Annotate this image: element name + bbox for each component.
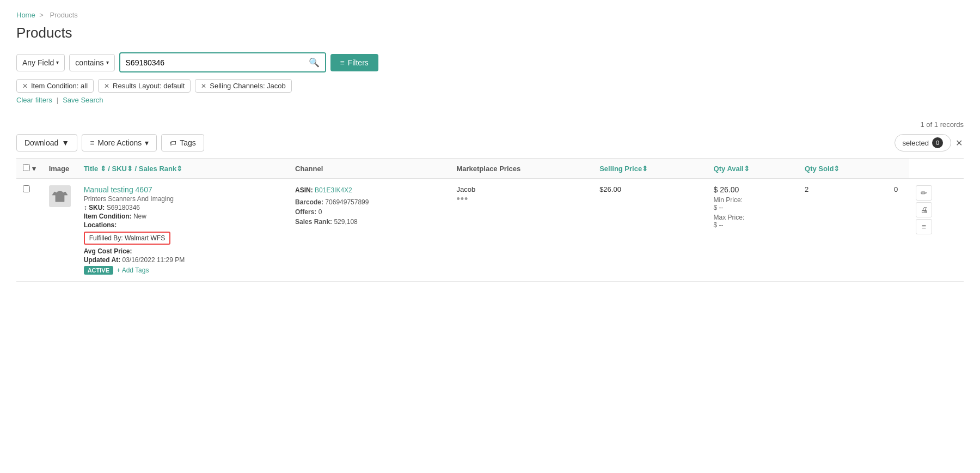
row-selling-price-cell: $ 26.00 Min Price: $ -- Max Price: $ --: [707, 179, 798, 282]
download-icon: ▼: [62, 138, 69, 147]
col-image: Image: [42, 159, 77, 179]
filter-links-sep: |: [57, 96, 58, 104]
more-actions-icon: ≡: [90, 138, 94, 147]
filters-button[interactable]: ≡ Filters: [330, 54, 378, 71]
field-select-chevron: ▾: [56, 59, 59, 65]
filter-tag-0[interactable]: ✕ Item Condition: all: [16, 79, 94, 93]
table-row: Manual testing 4607 Printers Scanners An…: [16, 179, 964, 282]
selected-badge: selected 0: [895, 134, 951, 151]
download-button[interactable]: Download ▼: [16, 134, 77, 151]
row-asin-cell: ASIN: B01E3IK4X2 Barcode: 706949757899 O…: [289, 179, 450, 282]
product-fulfilled: Fulfilled By: Walmart WFS: [84, 232, 171, 245]
product-sku: ↕ SKU: S69180346: [84, 204, 282, 211]
filter-tags-row: ✕ Item Condition: all ✕ Results Layout: …: [16, 79, 964, 93]
select-all-checkbox[interactable]: [23, 164, 30, 171]
search-input-wrap: 🔍: [119, 52, 326, 72]
product-avg-cost: Avg Cost Price:: [84, 247, 282, 255]
select-all-chevron[interactable]: ▾: [32, 165, 36, 173]
breadcrumb: Home > Products: [16, 11, 964, 19]
close-selected-button[interactable]: ✕: [954, 138, 964, 148]
contains-chevron: ▾: [106, 59, 109, 65]
filter-tag-2[interactable]: ✕ Selling Channels: Jacob: [195, 79, 291, 93]
selected-count: 0: [932, 137, 943, 148]
max-price-value: $ --: [714, 221, 792, 229]
field-select[interactable]: Any Field ▾: [16, 54, 65, 71]
action-bar: Download ▼ ≡ More Actions ▾ 🏷 Tags selec…: [16, 134, 964, 151]
selected-area: selected 0 ✕: [895, 134, 964, 151]
product-condition: Item Condition: New: [84, 213, 282, 220]
search-input[interactable]: [120, 54, 303, 71]
active-badge: ACTIVE: [84, 266, 113, 275]
product-updated: Updated At: 03/16/2022 11:29 PM: [84, 256, 282, 264]
row-actions-cell: ✏ 🖨 ≡: [909, 179, 964, 282]
product-image: [49, 185, 71, 207]
more-actions-chevron: ▾: [145, 138, 149, 147]
page-title: Products: [16, 25, 964, 41]
add-tags-link[interactable]: + Add Tags: [117, 266, 149, 274]
search-button[interactable]: 🔍: [303, 53, 325, 71]
col-channel: Channel: [289, 159, 450, 179]
search-row: Any Field ▾ contains ▾ 🔍 ≡ Filters: [16, 52, 964, 72]
row-checkbox[interactable]: [23, 185, 30, 192]
product-title-link[interactable]: Manual testing 4607: [84, 185, 152, 194]
records-info: 1 of 1 records: [16, 120, 964, 129]
row-checkbox-cell: [16, 179, 42, 282]
edit-button[interactable]: ✏: [916, 185, 932, 201]
col-marketplace-prices: Marketplace Prices: [450, 159, 593, 179]
qty-avail-value: 2: [805, 185, 808, 193]
col-title[interactable]: Title ⇕ / SKU⇕ / Sales Rank⇕: [77, 159, 289, 179]
col-actions: [887, 159, 909, 179]
filters-icon: ≡: [340, 58, 345, 67]
asin-link[interactable]: B01E3IK4X2: [315, 186, 352, 194]
save-search-link[interactable]: Save Search: [63, 96, 103, 104]
channel-dots: •••: [456, 193, 586, 205]
print-button[interactable]: 🖨: [916, 202, 932, 217]
row-marketplace-cell: $26.00: [593, 179, 707, 282]
row-qty-avail-cell: 2: [798, 179, 887, 282]
contains-select[interactable]: contains ▾: [69, 54, 114, 71]
row-qty-sold-cell: 0: [887, 179, 909, 282]
filter-tag-1[interactable]: ✕ Results Layout: default: [98, 79, 191, 93]
marketplace-price: $26.00: [599, 185, 621, 193]
tshirt-icon: [51, 187, 69, 205]
row-image-cell: [42, 179, 77, 282]
row-title-cell: Manual testing 4607 Printers Scanners An…: [77, 179, 289, 282]
row-channel-cell: Jacob •••: [450, 179, 593, 282]
col-qty-avail[interactable]: Qty Avail⇕: [707, 159, 798, 179]
min-price-value: $ --: [714, 204, 792, 211]
more-actions-button[interactable]: ≡ More Actions ▾: [82, 134, 157, 151]
max-price-label: Max Price:: [714, 214, 792, 221]
col-qty-sold[interactable]: Qty Sold⇕: [798, 159, 887, 179]
col-checkbox[interactable]: ▾: [16, 159, 42, 179]
filter-links: Clear filters | Save Search: [16, 96, 964, 104]
qty-sold-value: 0: [894, 185, 898, 193]
clear-filters-link[interactable]: Clear filters: [16, 96, 52, 104]
selling-price-value: $ 26.00: [714, 185, 792, 194]
row-actions: ✏ 🖨 ≡: [916, 185, 957, 236]
menu-button[interactable]: ≡: [916, 219, 932, 234]
products-table: ▾ Image Title ⇕ / SKU⇕ / Sales Rank⇕ Cha…: [16, 158, 964, 282]
min-price-label: Min Price:: [714, 196, 792, 204]
breadcrumb-home[interactable]: Home: [16, 11, 35, 19]
filter-tag-0-close[interactable]: ✕: [22, 82, 28, 90]
breadcrumb-separator: >: [39, 11, 44, 19]
filter-tag-2-close[interactable]: ✕: [201, 82, 206, 90]
tags-button[interactable]: 🏷 Tags: [161, 134, 204, 151]
filter-tag-1-close[interactable]: ✕: [104, 82, 109, 90]
product-subtitle: Printers Scanners And Imaging: [84, 195, 282, 203]
col-selling-price[interactable]: Selling Price⇕: [593, 159, 707, 179]
channel-name: Jacob: [456, 185, 586, 193]
breadcrumb-current: Products: [50, 11, 78, 19]
product-locations: Locations:: [84, 221, 282, 229]
tag-icon: 🏷: [169, 139, 176, 147]
